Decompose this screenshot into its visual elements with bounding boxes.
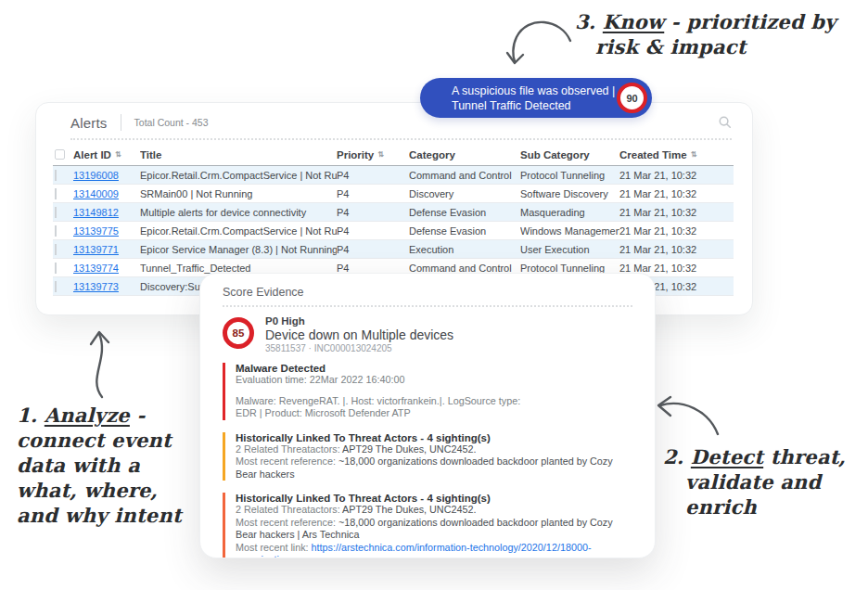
select-all-checkbox[interactable] (55, 149, 65, 160)
alert-subcategory-cell: Software Discovery (520, 188, 619, 199)
alert-created-cell: 21 Mar 21, 10:32 (619, 170, 734, 181)
alert-id-link[interactable]: 13196008 (73, 170, 119, 181)
evidence-section: Malware DetectedEvaluation time: 22Mar 2… (223, 363, 632, 420)
evidence-header: 85 P0 High Device down on Multiple devic… (223, 315, 632, 353)
annotation-detect: 2. Detect threat, validate and enrich (663, 444, 846, 519)
table-row[interactable]: 13139771 Epicor Service Manager (8.3) | … (53, 240, 734, 259)
alert-id-link[interactable]: 13139771 (73, 244, 119, 255)
evidence-section: Historically Linked To Threat Actors - 4… (223, 432, 632, 481)
alert-title-cell: Tunnel_Traffic_Detected (140, 263, 337, 274)
notification-text: A suspicious file was observed | Tunnel … (420, 83, 617, 113)
alerts-header: Alerts Total Count - 453 (70, 114, 209, 131)
annotation-know: 3. Know - prioritized by risk & impact (575, 9, 836, 59)
arrow-to-evidence-icon (649, 393, 721, 438)
evidence-line: 2 Related Threatactors: APT29 The Dukes,… (236, 443, 632, 456)
evidence-line-label: Most recent link: (236, 542, 312, 553)
row-checkbox[interactable] (55, 207, 57, 218)
alert-id-link[interactable]: 13139774 (73, 263, 119, 274)
annotation-analyze: 1. Analyze - connect event data with a w… (17, 403, 182, 528)
alert-priority-cell: P4 (337, 263, 409, 274)
alert-subcategory-cell: Windows Management (520, 225, 619, 237)
column-header-alert-id[interactable]: Alert ID ⇅ (73, 149, 140, 160)
row-checkbox[interactable] (55, 244, 57, 255)
alert-id-link[interactable]: 13139773 (73, 281, 119, 292)
column-header-category[interactable]: Category (409, 149, 520, 160)
evidence-line: Most recent link: https://arstechnica.co… (236, 542, 632, 559)
column-header-sub-category[interactable]: Sub Category (520, 149, 619, 160)
arrow-to-pill-icon (504, 13, 578, 71)
evidence-line: EDR | Product: Microsoft Defender ATP (236, 407, 632, 420)
alert-subcategory-cell: User Execution (520, 244, 619, 255)
alert-subcategory-cell: Masquerading (520, 207, 619, 218)
evidence-section-heading: Malware Detected (236, 363, 632, 374)
evidence-priority: P0 High (265, 315, 453, 327)
row-checkbox[interactable] (55, 225, 57, 237)
alert-id-link[interactable]: 13140009 (73, 188, 119, 199)
table-row[interactable]: 13139775 Epicor.Retail.Crm.CompactServic… (53, 222, 734, 240)
table-row[interactable]: 13196008 Epicor.Retail.Crm.CompactServic… (53, 166, 734, 185)
evidence-line: Evaluation time: 22Mar 2022 16:40:00 (236, 374, 632, 387)
search-icon[interactable] (718, 115, 732, 129)
alert-title-cell: Epicor.Retail.Crm.CompactService | Not R… (140, 225, 337, 237)
risk-score-badge: 90 (617, 83, 647, 113)
table-header-row: Alert ID ⇅ Title Priority ⇅ Category Sub… (53, 144, 734, 166)
column-header-created-time[interactable]: Created Time ⇅ (619, 149, 734, 160)
row-checkbox[interactable] (55, 281, 57, 292)
alert-title-cell: SRMain00 | Not Running (140, 188, 337, 199)
alert-category-cell: Command and Control (409, 170, 520, 181)
header-separator (70, 138, 732, 140)
threat-notification-pill[interactable]: A suspicious file was observed | Tunnel … (420, 78, 652, 118)
spacer (236, 387, 632, 395)
alert-priority-cell: P4 (337, 225, 409, 237)
evidence-section: Historically Linked To Threat Actors - 4… (223, 493, 632, 558)
evidence-line-value: APT29 The Dukes, UNC2452. (342, 443, 476, 455)
evidence-line: Malware: RevengeRAT. |. Host: victorfran… (236, 395, 632, 408)
alert-subcategory-cell: Protocol Tunneling (520, 263, 619, 274)
evidence-ids: 35811537 · INC000013024205 (265, 343, 453, 353)
table-row[interactable]: 13140009 SRMain00 | Not Running P4 Disco… (53, 185, 734, 203)
arrow-to-alerts-icon (80, 327, 119, 401)
row-checkbox[interactable] (55, 263, 57, 274)
evidence-line: Most recent reference: ~18,000 organizat… (236, 517, 632, 542)
row-checkbox[interactable] (55, 170, 57, 181)
sort-icon[interactable]: ⇅ (115, 151, 121, 159)
alert-created-cell: 21 Mar 21, 10:32 (619, 244, 734, 255)
alert-created-cell: 21 Mar 21, 10:32 (619, 263, 734, 274)
table-row[interactable]: 13149812 Multiple alerts for device conn… (53, 203, 734, 222)
page: Alerts Total Count - 453 Alert ID ⇅ Titl… (0, 0, 868, 590)
evidence-line-label: Most recent reference: (236, 517, 338, 528)
evidence-line: 2 Related Threatactors: APT29 The Dukes,… (236, 504, 632, 517)
score-evidence-panel: Score Evidence 85 P0 High Device down on… (199, 273, 656, 558)
alerts-title: Alerts (70, 115, 108, 131)
alert-category-cell: Defense Evasion (409, 225, 520, 237)
alert-category-cell: Execution (409, 244, 520, 255)
evidence-line-label: 2 Related Threatactors: (236, 504, 342, 515)
row-checkbox[interactable] (55, 188, 57, 199)
alert-created-cell: 21 Mar 21, 10:32 (619, 188, 734, 199)
total-count: Total Count - 453 (134, 117, 209, 128)
alert-subcategory-cell: Protocol Tunneling (520, 170, 619, 181)
column-header-priority[interactable]: Priority ⇅ (337, 149, 409, 160)
evidence-headline: Device down on Multiple devices (265, 327, 453, 342)
score-evidence-title: Score Evidence (223, 286, 632, 299)
alert-title-cell: Multiple alerts for device connectivity (140, 207, 337, 218)
alert-priority-cell: P4 (337, 188, 409, 199)
alert-created-cell: 21 Mar 21, 10:32 (619, 207, 734, 218)
evidence-line-label: Most recent reference: (236, 455, 338, 467)
evidence-section-heading: Historically Linked To Threat Actors - 4… (236, 493, 632, 504)
evidence-section-heading: Historically Linked To Threat Actors - 4… (236, 432, 632, 443)
evidence-sections: Malware DetectedEvaluation time: 22Mar 2… (223, 363, 632, 558)
sort-icon[interactable]: ⇅ (691, 151, 697, 159)
alert-category-cell: Defense Evasion (409, 207, 520, 218)
alert-priority-cell: P4 (337, 170, 409, 181)
evidence-score-badge: 85 (223, 317, 254, 349)
alert-category-cell: Command and Control (409, 263, 520, 274)
alert-id-link[interactable]: 13139775 (73, 225, 119, 237)
alert-priority-cell: P4 (337, 244, 409, 255)
alert-category-cell: Discovery (409, 188, 520, 199)
evidence-line-value: APT29 The Dukes, UNC2452. (342, 504, 476, 515)
alert-title-cell: Epicor Service Manager (8.3) | Not Runni… (140, 244, 337, 255)
column-header-title[interactable]: Title (140, 149, 337, 160)
sort-icon[interactable]: ⇅ (377, 151, 384, 159)
alert-id-link[interactable]: 13149812 (73, 207, 119, 218)
